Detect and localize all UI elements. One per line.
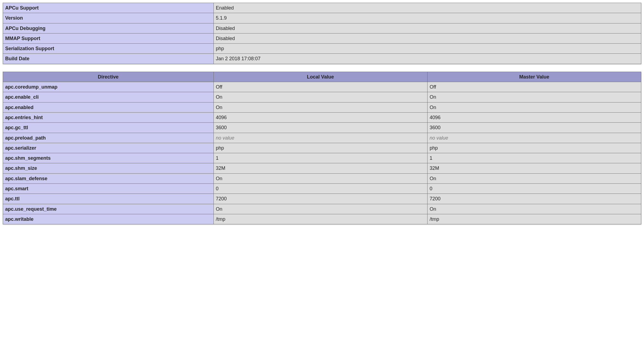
directive-name: apc.writable	[3, 214, 214, 224]
directive-local-value: /tmp	[213, 214, 427, 224]
directive-local-value: On	[213, 92, 427, 102]
info-label: APCu Support	[3, 3, 214, 13]
directive-local-value: On	[213, 102, 427, 112]
directive-local-value: php	[213, 143, 427, 153]
directive-master-value: On	[427, 92, 641, 102]
directive-row: apc.entries_hint40964096	[3, 112, 641, 122]
directive-name: apc.shm_size	[3, 163, 214, 173]
info-value: 5.1.9	[213, 13, 641, 23]
directive-local-value: On	[213, 204, 427, 214]
directive-local-value: 7200	[213, 194, 427, 204]
header-master-value: Master Value	[427, 72, 641, 82]
info-value: Enabled	[213, 3, 641, 13]
directive-name: apc.smart	[3, 184, 214, 194]
directive-master-value: Off	[427, 82, 641, 92]
info-label: Build Date	[3, 54, 214, 64]
info-label: MMAP Support	[3, 33, 214, 43]
directive-local-value: On	[213, 173, 427, 183]
info-value: Disabled	[213, 33, 641, 43]
directive-name: apc.ttl	[3, 194, 214, 204]
directive-local-value: 32M	[213, 163, 427, 173]
directive-master-value: 32M	[427, 163, 641, 173]
directive-row: apc.gc_ttl36003600	[3, 123, 641, 133]
directive-master-value: 1	[427, 153, 641, 163]
directive-master-value: /tmp	[427, 214, 641, 224]
directive-master-value: 0	[427, 184, 641, 194]
directive-row: apc.enabledOnOn	[3, 102, 641, 112]
directive-name: apc.slam_defense	[3, 173, 214, 183]
directive-local-value: 3600	[213, 123, 427, 133]
info-label: Serialization Support	[3, 44, 214, 54]
header-directive: Directive	[3, 72, 214, 82]
directive-local-value: no value	[213, 133, 427, 143]
directive-row: apc.serializerphpphp	[3, 143, 641, 153]
directive-master-value: On	[427, 173, 641, 183]
info-label: APCu Debugging	[3, 23, 214, 33]
directive-name: apc.entries_hint	[3, 112, 214, 122]
apcu-directives-table: Directive Local Value Master Value apc.c…	[3, 72, 641, 224]
directive-local-value: 4096	[213, 112, 427, 122]
directive-name: apc.use_request_time	[3, 204, 214, 214]
info-row: Build DateJan 2 2018 17:08:07	[3, 54, 641, 64]
directive-row: apc.coredump_unmapOffOff	[3, 82, 641, 92]
no-value: no value	[430, 135, 448, 141]
info-row: APCu DebuggingDisabled	[3, 23, 641, 33]
info-row: Serialization Supportphp	[3, 44, 641, 54]
directive-name: apc.enable_cli	[3, 92, 214, 102]
directive-row: apc.shm_size32M32M	[3, 163, 641, 173]
info-value: Jan 2 2018 17:08:07	[213, 54, 641, 64]
directive-local-value: 0	[213, 184, 427, 194]
directive-master-value: On	[427, 102, 641, 112]
directive-master-value: 7200	[427, 194, 641, 204]
directive-name: apc.coredump_unmap	[3, 82, 214, 92]
directive-row: apc.use_request_timeOnOn	[3, 204, 641, 214]
directive-master-value: no value	[427, 133, 641, 143]
directive-local-value: 1	[213, 153, 427, 163]
directive-name: apc.preload_path	[3, 133, 214, 143]
directive-row: apc.slam_defenseOnOn	[3, 173, 641, 183]
directive-name: apc.gc_ttl	[3, 123, 214, 133]
directive-row: apc.writable/tmp/tmp	[3, 214, 641, 224]
directive-name: apc.shm_segments	[3, 153, 214, 163]
directive-row: apc.ttl72007200	[3, 194, 641, 204]
directive-master-value: php	[427, 143, 641, 153]
info-row: APCu SupportEnabled	[3, 3, 641, 13]
info-label: Version	[3, 13, 214, 23]
no-value: no value	[216, 135, 234, 141]
directive-local-value: Off	[213, 82, 427, 92]
directive-row: apc.shm_segments11	[3, 153, 641, 163]
directive-row: apc.enable_cliOnOn	[3, 92, 641, 102]
directive-master-value: 4096	[427, 112, 641, 122]
info-value: php	[213, 44, 641, 54]
directive-name: apc.serializer	[3, 143, 214, 153]
apcu-info-table: APCu SupportEnabledVersion5.1.9APCu Debu…	[3, 3, 641, 64]
info-value: Disabled	[213, 23, 641, 33]
directive-row: apc.preload_pathno valueno value	[3, 133, 641, 143]
info-row: Version5.1.9	[3, 13, 641, 23]
directive-master-value: 3600	[427, 123, 641, 133]
directive-row: apc.smart00	[3, 184, 641, 194]
directive-name: apc.enabled	[3, 102, 214, 112]
header-local-value: Local Value	[213, 72, 427, 82]
directive-master-value: On	[427, 204, 641, 214]
info-row: MMAP SupportDisabled	[3, 33, 641, 43]
